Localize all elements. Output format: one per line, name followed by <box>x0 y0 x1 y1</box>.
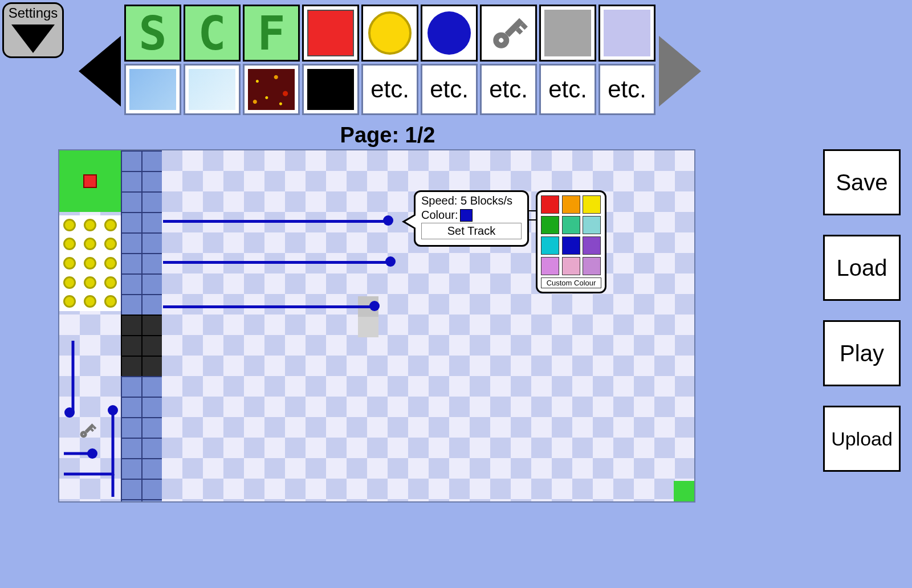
ice2-icon <box>189 69 235 110</box>
tile-yellow-coin[interactable] <box>361 5 418 62</box>
placed-coin-grid[interactable] <box>59 215 121 311</box>
settings-label: Settings <box>9 5 58 21</box>
lavender-square-icon <box>604 10 650 56</box>
colour-swatch[interactable] <box>583 195 601 214</box>
palette-prev-arrow[interactable] <box>79 36 121 107</box>
colour-swatch[interactable] <box>541 236 559 255</box>
tile-etc-5[interactable]: etc. <box>598 64 656 115</box>
tile-checkpoint[interactable]: C <box>184 5 241 62</box>
coin-icon <box>104 238 117 250</box>
tooltip-colour-swatch[interactable] <box>460 209 473 222</box>
coin-icon <box>84 219 96 231</box>
palette-next-arrow[interactable] <box>659 36 701 107</box>
coin-icon <box>63 257 76 270</box>
tile-checkpoint-letter: C <box>198 6 226 60</box>
svg-point-0 <box>64 407 75 418</box>
blue-circle-icon <box>427 11 471 55</box>
player-icon <box>83 174 97 188</box>
coin-icon <box>84 276 96 289</box>
svg-point-1 <box>108 405 118 415</box>
black-icon <box>307 69 354 110</box>
palette-row-1: S C F <box>124 5 656 62</box>
tile-etc-2[interactable]: etc. <box>421 64 478 115</box>
etc-label: etc. <box>430 76 469 103</box>
track-3[interactable] <box>163 305 370 308</box>
coin-icon <box>63 295 76 308</box>
tile-red-square[interactable] <box>302 5 359 62</box>
tile-finish-letter: F <box>257 6 285 60</box>
colour-swatch[interactable] <box>562 257 580 275</box>
load-button[interactable]: Load <box>823 235 901 301</box>
colour-swatch[interactable] <box>541 195 559 214</box>
placed-key[interactable] <box>79 427 96 434</box>
track-3-node[interactable] <box>369 301 380 311</box>
colour-swatch[interactable] <box>541 216 559 234</box>
colour-picker: Custom Colour <box>536 190 606 293</box>
colour-swatch[interactable] <box>583 236 601 255</box>
tile-gray-square[interactable] <box>539 5 596 62</box>
ice1-icon <box>129 69 176 110</box>
colour-swatch[interactable] <box>562 216 580 234</box>
coin-icon <box>104 257 117 270</box>
etc-label: etc. <box>370 76 409 103</box>
coin-icon <box>63 238 76 250</box>
colour-swatch[interactable] <box>562 195 580 214</box>
gray-square-icon <box>544 10 591 56</box>
coin-icon <box>104 295 117 308</box>
save-button[interactable]: Save <box>823 149 901 215</box>
coin-icon <box>63 276 76 289</box>
track-tooltip: Speed: 5 Blocks/s Colour: Set Track <box>414 190 529 247</box>
etc-label: etc. <box>608 76 646 103</box>
track-1-node[interactable] <box>383 215 393 226</box>
coin-icon <box>63 219 76 231</box>
tile-black[interactable] <box>302 64 359 115</box>
coin-icon <box>104 219 117 231</box>
colour-swatch[interactable] <box>583 257 601 275</box>
red-square-icon <box>307 10 354 56</box>
palette-grid: S C F etc. etc. etc. etc. etc. <box>124 5 656 115</box>
tile-etc-3[interactable]: etc. <box>480 64 537 115</box>
page-indicator: Page: 1/2 <box>0 123 775 148</box>
tile-etc-1[interactable]: etc. <box>361 64 418 115</box>
tile-start-letter: S <box>139 6 166 60</box>
tile-ice-2[interactable] <box>184 64 241 115</box>
colour-swatch[interactable] <box>562 236 580 255</box>
placed-gray-tile-2[interactable] <box>358 317 378 337</box>
coin-icon <box>84 238 96 250</box>
tile-blue-node[interactable] <box>421 5 478 62</box>
tooltip-colour-row: Colour: <box>421 209 522 222</box>
lava-icon <box>248 69 295 110</box>
track-2[interactable] <box>163 261 386 264</box>
colour-picker-grid <box>541 195 601 275</box>
set-track-button[interactable]: Set Track <box>421 223 522 239</box>
colour-swatch[interactable] <box>583 216 601 234</box>
tile-lavender-square[interactable] <box>598 5 656 62</box>
coin-icon <box>84 295 96 308</box>
tooltip-colour-label: Colour: <box>421 209 458 222</box>
placed-end-block[interactable] <box>674 481 694 501</box>
yellow-circle-icon <box>368 11 412 55</box>
svg-point-2 <box>87 448 97 459</box>
side-button-group: Save Load Play Upload <box>823 149 901 472</box>
placed-path-network[interactable] <box>59 338 128 500</box>
custom-colour-button[interactable]: Custom Colour <box>541 277 601 288</box>
placed-start-block[interactable] <box>59 150 121 212</box>
play-button[interactable]: Play <box>823 320 901 386</box>
settings-button[interactable]: Settings <box>2 2 64 58</box>
tile-finish[interactable]: F <box>243 5 300 62</box>
upload-button[interactable]: Upload <box>823 406 901 472</box>
track-1[interactable] <box>163 220 384 223</box>
tile-etc-4[interactable]: etc. <box>539 64 596 115</box>
key-icon <box>490 14 527 51</box>
tile-lava[interactable] <box>243 64 300 115</box>
tile-ice-1[interactable] <box>124 64 181 115</box>
tile-key[interactable] <box>480 5 537 62</box>
tooltip-speed-row: Speed: 5 Blocks/s <box>421 194 522 207</box>
tooltip-speed-label: Speed: 5 Blocks/s <box>421 194 512 207</box>
palette: S C F etc. etc. etc. etc. etc. <box>79 5 701 115</box>
tile-start[interactable]: S <box>124 5 181 62</box>
coin-icon <box>84 257 96 270</box>
track-2-node[interactable] <box>385 256 396 267</box>
colour-swatch[interactable] <box>541 257 559 275</box>
palette-row-2: etc. etc. etc. etc. etc. <box>124 64 656 115</box>
